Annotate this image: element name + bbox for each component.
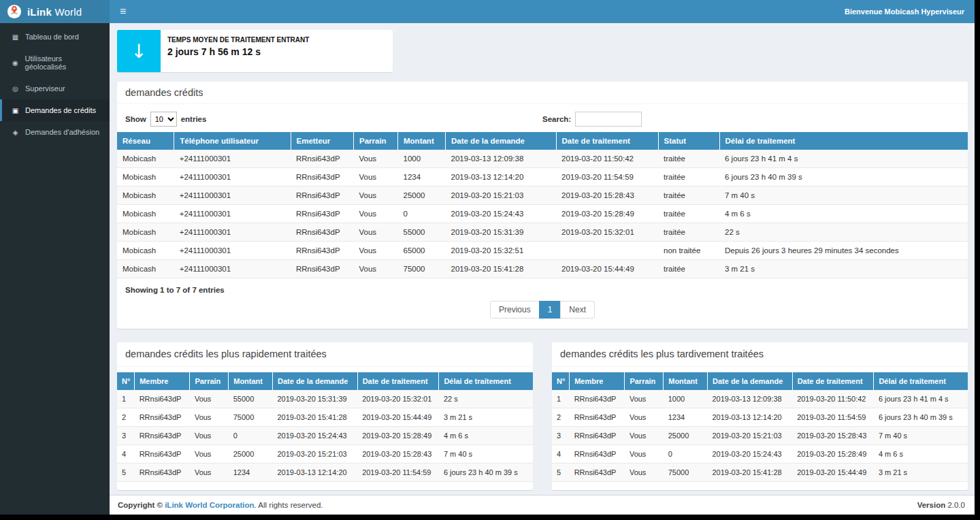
entries-label: entries: [181, 115, 207, 123]
table-cell: 2019-03-20 15:31:39: [446, 223, 557, 242]
table-cell: 0: [664, 445, 708, 464]
page-length-select[interactable]: 10: [150, 112, 177, 127]
company-link[interactable]: iLink World Corporation: [165, 501, 254, 509]
table-cell: Vous: [190, 445, 229, 464]
table-cell: Mobicash: [117, 242, 174, 260]
table-cell: 2019-03-20 15:44:49: [556, 260, 658, 278]
pagination-previous-button[interactable]: Previous: [490, 301, 540, 319]
column-header[interactable]: Délai de traitement: [719, 132, 968, 150]
sidebar-item-dashboard[interactable]: ▦ Tableau de bord: [0, 26, 110, 48]
table-cell: Vous: [625, 464, 664, 482]
table-row: 5RRnsi643dPVous12342019-03-13 12:14:2020…: [117, 464, 533, 482]
table-row: Mobicash+24111000301RRnsi643dPVous123420…: [117, 168, 968, 186]
column-header[interactable]: Emetteur: [291, 132, 354, 150]
geolocated-users-icon: ◉: [11, 59, 20, 67]
table-cell: traitée: [658, 168, 719, 186]
column-header: Parrain: [625, 372, 664, 390]
table-cell: 2019-03-20 15:21:03: [272, 445, 357, 464]
sidebar-item-supervisor[interactable]: ◎ Superviseur: [0, 78, 110, 99]
table-cell: 5: [117, 464, 135, 482]
table-row: 4RRnsi643dPVous250002019-03-20 15:21:032…: [117, 445, 533, 464]
column-header[interactable]: Date de traitement: [556, 132, 658, 150]
pagination-next-button[interactable]: Next: [560, 301, 595, 319]
table-cell: Vous: [354, 242, 398, 260]
table-cell: traitée: [658, 260, 719, 278]
version-value: 2.0.0: [945, 501, 965, 509]
column-header[interactable]: Téléphone utilisateur: [174, 132, 291, 150]
dashboard-icon: ▦: [11, 33, 20, 41]
column-header: Montant: [229, 372, 273, 390]
column-header[interactable]: Date de la demande: [446, 132, 557, 150]
table-cell: Vous: [625, 427, 664, 445]
table-cell: 7 m 40 s: [719, 186, 968, 205]
table-cell: 2019-03-20 15:32:51: [446, 242, 557, 260]
table-cell: Vous: [625, 390, 664, 408]
brand[interactable]: iLink World: [0, 0, 110, 23]
table-cell: 2019-03-20 15:28:43: [556, 186, 658, 205]
table-cell: 75000: [229, 408, 273, 427]
column-header: N°: [552, 372, 570, 390]
table-cell: traitée: [658, 223, 719, 242]
column-header: Membre: [570, 372, 625, 390]
table-cell: 2019-03-13 12:09:38: [446, 150, 557, 168]
table-cell: 1: [552, 390, 570, 408]
table-cell: +24111000301: [174, 150, 291, 168]
table-row: Mobicash+24111000301RRnsi643dPVous100020…: [117, 150, 968, 168]
table-cell: Depuis 26 jours 3 heures 29 minutes 34 s…: [719, 242, 968, 260]
column-header[interactable]: Statut: [658, 132, 719, 150]
table-cell: 3: [552, 427, 570, 445]
column-header[interactable]: Parrain: [354, 132, 398, 150]
table-cell: Mobicash: [117, 168, 174, 186]
table-cell: traitée: [658, 205, 719, 223]
copyright-text: Copyright © iLink World Corporation. All…: [118, 501, 323, 509]
table-cell: 7 m 40 s: [874, 427, 968, 445]
table-cell: RRnsi643dP: [291, 186, 354, 205]
column-header: Date de traitement: [357, 372, 439, 390]
table-cell: 4 m 6 s: [719, 205, 968, 223]
supervisor-icon: ◎: [11, 85, 20, 93]
table-cell: 3 m 21 s: [874, 464, 968, 482]
app-window: iLink World ≡ Bienvenue Mobicash Hypervi…: [0, 0, 975, 515]
sidebar-toggle-icon[interactable]: ≡: [110, 0, 136, 23]
table-cell: 4 m 6 s: [439, 427, 533, 445]
column-header: Parrain: [190, 372, 229, 390]
table-cell: 25000: [398, 186, 446, 205]
column-header[interactable]: Montant: [398, 132, 446, 150]
table-cell: Vous: [354, 186, 398, 205]
table-cell: Mobicash: [117, 205, 174, 223]
table-cell: RRnsi643dP: [135, 445, 190, 464]
pagination-page-1-button[interactable]: 1: [539, 301, 561, 319]
table-cell: traitée: [658, 186, 719, 205]
fastest-processed-panel: demandes crédits les plus rapidement tra…: [117, 342, 533, 490]
table-cell: 2019-03-20 15:44:49: [357, 408, 439, 427]
column-header: Date de traitement: [792, 372, 874, 390]
table-cell: 65000: [398, 242, 446, 260]
search-input[interactable]: [575, 112, 642, 127]
table-cell: 2019-03-20 15:41:28: [707, 464, 792, 482]
sidebar-item-label: Superviseur: [25, 84, 65, 93]
table-cell: RRnsi643dP: [291, 168, 354, 186]
table-cell: RRnsi643dP: [570, 464, 625, 482]
table-row: Mobicash+24111000301RRnsi643dPVous750002…: [117, 260, 968, 278]
navbar: ≡ Bienvenue Mobicash Hyperviseur: [110, 0, 975, 23]
column-header: Montant: [664, 372, 708, 390]
top-navbar: iLink World ≡ Bienvenue Mobicash Hypervi…: [0, 0, 975, 23]
table-cell: 55000: [398, 223, 446, 242]
brand-name: iLink World: [27, 6, 82, 18]
sidebar-item-membership-requests[interactable]: ◈ Demandes d'adhésion: [0, 121, 110, 143]
table-cell: 6 jours 23 h 41 m 4 s: [874, 390, 968, 408]
table-cell: Vous: [354, 168, 398, 186]
table-cell: 2019-03-20 15:28:49: [357, 427, 439, 445]
table-info: Showing 1 to 7 of 7 entries: [117, 278, 968, 295]
column-header[interactable]: Réseau: [117, 132, 174, 150]
sidebar-item-credit-requests[interactable]: ▣ Demandes de crédits: [0, 99, 110, 121]
table-row: Mobicash+24111000301RRnsi643dPVous550002…: [117, 223, 968, 242]
brand-name-light: World: [52, 6, 82, 18]
sidebar-item-geolocated-users[interactable]: ◉ Utilisateurs géolocalisés: [0, 48, 110, 78]
table-cell: 25000: [229, 445, 273, 464]
table-cell: Mobicash: [117, 186, 174, 205]
table-cell: 1000: [398, 150, 446, 168]
table-cell: 1234: [229, 464, 273, 482]
sidebar-item-label: Demandes de crédits: [25, 106, 96, 114]
table-cell: 2019-03-20 15:32:01: [556, 223, 658, 242]
